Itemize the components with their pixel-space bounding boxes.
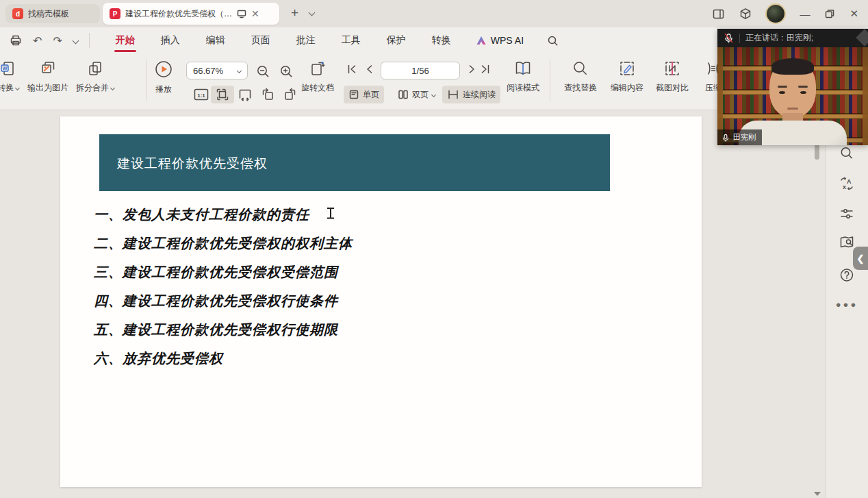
single-page-icon	[348, 89, 359, 100]
split-merge-icon	[87, 60, 103, 77]
divider	[739, 34, 740, 43]
svg-text:x: x	[843, 184, 846, 190]
edit-content-icon	[619, 60, 635, 77]
mic-icon	[722, 134, 730, 142]
next-page-icon[interactable]	[466, 64, 477, 75]
reader-search-icon[interactable]	[839, 235, 855, 250]
right-sidebar: xA ●●●	[825, 110, 868, 498]
previous-page-icon[interactable]	[364, 64, 375, 75]
wps-ai-icon	[476, 36, 487, 45]
tab-list-chevron-icon[interactable]	[309, 10, 316, 16]
new-tab-button[interactable]: +	[291, 5, 298, 21]
mic-muted-icon	[724, 33, 734, 43]
slide-title: 建设工程价款优先受偿权	[117, 155, 268, 173]
rotate-document-icon	[309, 60, 326, 77]
menu-search-icon[interactable]	[547, 35, 559, 47]
redo-icon[interactable]: ↷	[53, 34, 62, 47]
export-image-icon	[40, 60, 56, 77]
convert-doc-icon: W	[0, 60, 16, 77]
find-replace-button[interactable]: 查找替换	[559, 60, 602, 94]
restore-button[interactable]	[825, 9, 834, 18]
quick-tools-chevron-icon[interactable]	[72, 37, 79, 44]
split-merge-button[interactable]: 拆分合并	[73, 60, 118, 94]
settings-sliders-icon[interactable]	[839, 206, 854, 221]
edit-content-button[interactable]: 编辑内容	[605, 60, 649, 94]
continuous-read-icon	[447, 89, 459, 100]
video-call-window[interactable]: 正在讲话：田宪刚; 田宪刚	[717, 29, 868, 145]
user-avatar[interactable]	[767, 5, 784, 23]
first-page-icon[interactable]	[346, 64, 357, 75]
divider	[146, 59, 147, 101]
docer-icon: d	[12, 8, 23, 19]
chevron-down-icon	[237, 68, 242, 73]
video-feed[interactable]: 田宪刚	[717, 47, 868, 145]
zoom-in-icon[interactable]	[279, 64, 294, 79]
rotate-document-button[interactable]: 旋转文档	[298, 60, 337, 94]
outline-item: 三、建设工程价款优先受偿权受偿范围	[94, 258, 353, 286]
play-button[interactable]: 播放	[148, 60, 179, 95]
video-call-header[interactable]: 正在讲话：田宪刚;	[717, 29, 868, 47]
play-icon	[155, 60, 173, 78]
tab-docer-templates[interactable]: d 找稿壳模板	[5, 4, 100, 23]
scroll-down-arrow-icon[interactable]	[814, 492, 821, 496]
menu-comment[interactable]: 批注	[295, 30, 317, 51]
menu-convert[interactable]: 转换	[431, 30, 452, 51]
side-panel-icon[interactable]	[713, 8, 724, 20]
read-mode-button[interactable]: 阅读模式	[504, 60, 542, 94]
menu-tools[interactable]: 工具	[340, 30, 362, 51]
chevron-down-icon	[15, 86, 20, 90]
pdf-page[interactable]: 建设工程价款优先受偿权 一、发包人未支付工程价款的责任 二、建设工程价款优先受偿…	[60, 116, 702, 487]
undo-icon[interactable]: ↶	[33, 34, 42, 47]
3d-view-icon[interactable]	[739, 8, 752, 20]
vertical-scrollbar[interactable]	[814, 110, 820, 498]
screenshot-compare-button[interactable]: 截图对比	[650, 60, 694, 94]
zoom-out-icon[interactable]	[256, 64, 270, 79]
translate-icon[interactable]: xA	[839, 176, 854, 191]
rotate-left-button[interactable]	[256, 86, 279, 103]
fit-page-button[interactable]	[211, 86, 234, 103]
slide-outline: 一、发包人未支付工程价款的责任 二、建设工程价款优先受偿权的权利主体 三、建设工…	[94, 200, 353, 373]
help-icon[interactable]	[840, 268, 854, 282]
menu-wps-ai[interactable]: WPS AI	[476, 35, 524, 46]
fit-width-button[interactable]	[233, 86, 257, 103]
tab-bar: d 找稿壳模板 P 建设工程价款优先受偿权（20 ✕ + — ✕	[0, 0, 868, 27]
menu-items: 开始 插入 编辑 页面 批注 工具 保护 转换 WPS AI	[114, 30, 559, 51]
actual-size-button[interactable]: 1:1	[189, 86, 214, 103]
close-window-button[interactable]: ✕	[850, 8, 858, 20]
wps-pdf-window: d 找稿壳模板 P 建设工程价款优先受偿权（20 ✕ + — ✕	[0, 0, 868, 498]
menu-protect[interactable]: 保护	[385, 30, 407, 51]
more-options-icon[interactable]: ●●●	[836, 299, 858, 310]
speaker-name: 田宪刚	[733, 132, 756, 142]
tab-label: 建设工程价款优先受偿权（20	[125, 8, 232, 20]
export-image-button[interactable]: 输出为图片	[23, 60, 73, 94]
chevron-down-icon	[110, 86, 115, 90]
search-icon[interactable]	[840, 146, 854, 160]
monitor-icon[interactable]	[237, 9, 246, 18]
menu-edit[interactable]: 编辑	[205, 30, 227, 51]
svg-text:A: A	[847, 178, 852, 185]
close-tab-icon[interactable]: ✕	[251, 8, 259, 19]
rotate-right-button[interactable]	[279, 86, 302, 103]
double-page-icon	[398, 89, 409, 100]
minimize-button[interactable]: —	[800, 8, 810, 20]
meeting-logo-icon	[856, 29, 868, 46]
document-area[interactable]: 建设工程价款优先受偿权 一、发包人未支付工程价款的责任 二、建设工程价款优先受偿…	[0, 110, 825, 498]
zoom-level-select[interactable]: 66.67%	[186, 62, 248, 79]
outline-item: 五、建设工程价款优先受偿权行使期限	[94, 315, 353, 344]
single-page-toggle[interactable]: 单页	[344, 86, 384, 103]
menu-home[interactable]: 开始	[114, 30, 136, 51]
print-icon[interactable]	[10, 34, 22, 47]
menu-insert[interactable]: 插入	[159, 30, 181, 51]
page-number-input[interactable]	[381, 62, 460, 79]
outline-item: 二、建设工程价款优先受偿权的权利主体	[94, 229, 353, 258]
double-page-toggle[interactable]: 双页	[393, 86, 440, 103]
slide-title-block: 建设工程价款优先受偿权	[99, 134, 610, 191]
tab-current-document[interactable]: P 建设工程价款优先受偿权（20 ✕	[103, 3, 279, 25]
last-page-icon[interactable]	[480, 64, 491, 75]
speaker-name-tag: 田宪刚	[717, 129, 762, 145]
continuous-read-toggle[interactable]: 连续阅读	[442, 86, 500, 103]
outline-item: 四、建设工程价款优先受偿权行使条件	[94, 286, 353, 315]
chevron-down-icon	[431, 92, 436, 97]
menu-page[interactable]: 页面	[250, 30, 272, 51]
collapse-panel-button[interactable]: ❮	[853, 247, 868, 270]
